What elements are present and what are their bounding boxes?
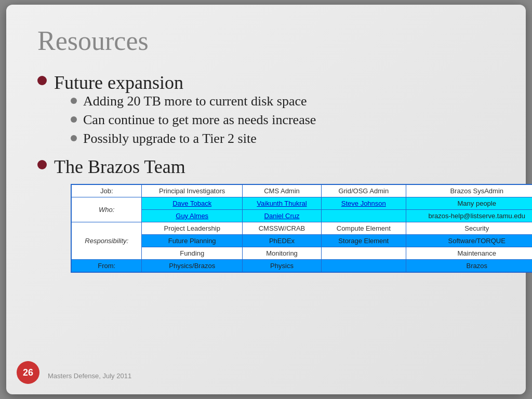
header-col2: Principal Investigators — [142, 184, 242, 197]
bullet-dot-1 — [37, 76, 47, 85]
bullet-text-2: The Brazos Team — [54, 156, 185, 177]
sub-bullet-text-3: Possibly upgrade to a Tier 2 site — [83, 131, 257, 147]
table-row-from: From: Physics/Brazos Physics Brazos — [71, 260, 532, 273]
header-col4: Grid/OSG Admin — [322, 184, 406, 197]
sub-bullet-1: Adding 20 TB more to current disk space — [71, 94, 316, 109]
header-col5: Brazos SysAdmin — [406, 184, 532, 197]
footer-text: Masters Defense, July 2011 — [48, 372, 131, 380]
team-table: Job: Principal Investigators CMS Admin G… — [71, 184, 532, 273]
sub-dot-3 — [71, 135, 77, 141]
sub-dot-2 — [71, 116, 77, 123]
who-label: Who: — [71, 197, 142, 222]
table-row-who-1: Who: Dave Toback Vaikunth Thukral Steve … — [71, 197, 532, 210]
guy-almes: Guy Almes — [142, 210, 242, 222]
sub-bullet-2: Can continue to get more as needs increa… — [71, 112, 316, 128]
project-leadership: Project Leadership — [142, 222, 242, 235]
from-physics: Physics — [242, 260, 321, 273]
bullet-brazos-team: The Brazos Team Job: Principal Investiga… — [37, 156, 495, 273]
storage-element: Storage Element — [322, 235, 406, 247]
table-row-resp-1: Responsibility: Project Leadership CMSSW… — [71, 222, 532, 235]
cmssw-crab: CMSSW/CRAB — [242, 222, 321, 235]
brazos-help-email: brazos-help@listserve.tamu.edu — [406, 210, 532, 222]
sub-bullet-list-1: Adding 20 TB more to current disk space … — [54, 94, 316, 147]
daniel-cruz: Daniel Cruz — [242, 210, 321, 222]
maintenance: Maintenance — [406, 247, 532, 260]
future-planning: Future Planning — [142, 235, 242, 247]
from-empty — [322, 260, 406, 273]
security: Security — [406, 222, 532, 235]
sub-bullet-3: Possibly upgrade to a Tier 2 site — [71, 131, 316, 147]
compute-element: Compute Element — [322, 222, 406, 235]
dave-toback: Dave Toback — [142, 197, 242, 210]
software-torque: Software/TORQUE — [406, 235, 532, 247]
header-col3: CMS Admin — [242, 184, 321, 197]
header-col1: Job: — [71, 184, 142, 197]
monitoring: Monitoring — [242, 247, 321, 260]
slide: Resources Future expansion Adding 20 TB … — [6, 5, 526, 394]
many-people: Many people — [406, 197, 532, 210]
resp-grid-empty — [322, 247, 406, 260]
main-bullet-list: Future expansion Adding 20 TB more to cu… — [37, 72, 495, 273]
team-table-wrapper: Job: Principal Investigators CMS Admin G… — [54, 184, 532, 273]
vaikunth-thukral: Vaikunth Thukral — [242, 197, 321, 210]
responsibility-label: Responsibility: — [71, 222, 142, 260]
phedex: PhEDEx — [242, 235, 321, 247]
table-header-row: Job: Principal Investigators CMS Admin G… — [71, 184, 532, 197]
sub-bullet-text-2: Can continue to get more as needs increa… — [83, 112, 316, 128]
bullet-text-1: Future expansion — [54, 72, 183, 93]
sub-dot-1 — [71, 98, 77, 104]
from-physics-brazos: Physics/Brazos — [142, 260, 242, 273]
page-number: 26 — [17, 361, 39, 384]
from-brazos: Brazos — [406, 260, 532, 273]
steve-johnson: Steve Johnson — [322, 197, 406, 210]
who-grid-empty — [322, 210, 406, 222]
bullet-future-expansion: Future expansion Adding 20 TB more to cu… — [37, 72, 495, 152]
from-label: From: — [71, 260, 142, 273]
sub-bullet-text-1: Adding 20 TB more to current disk space — [83, 94, 307, 109]
slide-title: Resources — [37, 25, 495, 56]
bullet-dot-2 — [37, 160, 47, 169]
funding: Funding — [142, 247, 242, 260]
